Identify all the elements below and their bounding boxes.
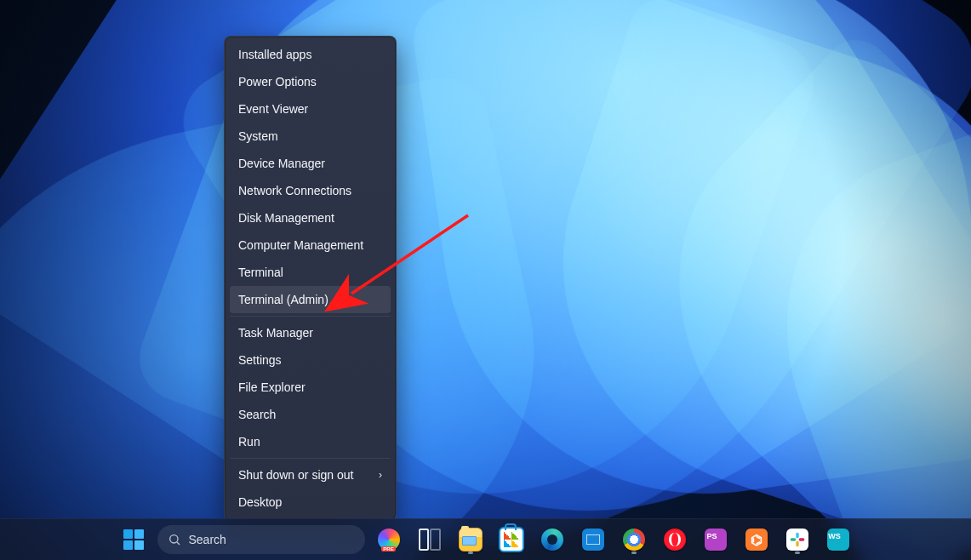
taskbar-start-button[interactable] [117,523,151,557]
chrome-icon [623,529,645,551]
menu-item-settings[interactable]: Settings [230,346,391,374]
menu-item-label: Settings [238,353,282,367]
menu-separator [230,458,391,459]
phpstorm-icon [705,529,727,551]
menu-item-system[interactable]: System [230,123,391,150]
menu-item-device-manager[interactable]: Device Manager [230,150,391,177]
menu-item-label: Terminal (Admin) [238,293,328,306]
menu-item-power-options[interactable]: Power Options [230,68,391,95]
windows-start-icon [123,529,144,550]
svg-rect-4 [790,538,796,540]
desktop-wallpaper [0,0,971,560]
taskbar-ms-store[interactable] [494,523,528,557]
menu-item-run[interactable]: Run [230,428,391,455]
taskbar-file-explorer[interactable] [454,523,488,557]
taskview-icon [419,529,441,551]
menu-item-label: Installed apps [238,48,311,61]
windows-app-icon [582,529,604,551]
menu-separator [230,316,391,317]
menu-item-disk-management[interactable]: Disk Management [230,204,391,231]
search-icon [168,533,181,546]
taskbar-chrome[interactable] [617,523,651,557]
menu-item-shutdown-signout[interactable]: Shut down or sign out › [230,461,391,489]
taskbar-taskview[interactable] [413,523,447,557]
edge-icon [541,529,563,551]
taskbar-copilot[interactable] [372,523,406,557]
menu-item-network-connections[interactable]: Network Connections [230,177,391,204]
menu-item-label: Terminal [238,266,283,279]
svg-rect-3 [796,533,798,539]
xampp-icon [745,529,768,551]
menu-item-label: Event Viewer [238,102,308,116]
menu-item-label: Disk Management [238,211,334,225]
menu-item-search[interactable]: Search [230,401,391,428]
menu-item-label: Desktop [238,495,282,509]
slack-icon [786,529,808,551]
taskbar-webstorm[interactable] [821,523,855,557]
menu-item-terminal-admin[interactable]: Terminal (Admin) [230,286,391,313]
menu-item-label: Run [238,435,260,449]
taskbar-windows-app[interactable] [576,523,610,557]
menu-item-label: System [238,129,278,143]
menu-item-label: Computer Management [238,238,363,252]
menu-item-file-explorer[interactable]: File Explorer [230,374,391,401]
menu-item-label: Task Manager [238,326,313,340]
file-explorer-icon [459,528,483,551]
taskbar-xampp[interactable] [740,523,774,557]
svg-point-1 [169,535,177,543]
menu-item-label: Network Connections [238,184,351,197]
winx-context-menu: Installed apps Power Options Event Viewe… [224,36,397,521]
menu-item-label: Power Options [238,75,317,89]
taskbar-phpstorm[interactable] [699,523,733,557]
menu-item-label: Shut down or sign out [238,468,353,482]
svg-line-2 [177,542,180,545]
taskbar-opera[interactable] [658,523,692,557]
menu-item-label: Device Manager [238,157,325,170]
menu-item-desktop[interactable]: Desktop [230,489,391,516]
taskbar-edge[interactable] [535,523,569,557]
menu-item-computer-management[interactable]: Computer Management [230,231,391,259]
menu-item-event-viewer[interactable]: Event Viewer [230,95,391,123]
taskbar-slack[interactable] [780,523,814,557]
chevron-right-icon: › [379,469,382,481]
taskbar-search-placeholder: Search [189,533,226,546]
menu-item-label: Search [238,408,276,421]
microsoft-store-icon [499,527,524,552]
svg-rect-5 [796,541,798,547]
taskbar: Search [0,518,971,560]
menu-item-label: File Explorer [238,380,306,394]
opera-icon [664,529,686,551]
taskbar-search[interactable]: Search [157,525,365,554]
menu-item-task-manager[interactable]: Task Manager [230,319,391,346]
menu-item-terminal[interactable]: Terminal [230,259,391,286]
menu-item-installed-apps[interactable]: Installed apps [230,41,391,68]
webstorm-icon [827,529,849,551]
copilot-icon [378,529,400,551]
svg-rect-6 [798,538,804,540]
